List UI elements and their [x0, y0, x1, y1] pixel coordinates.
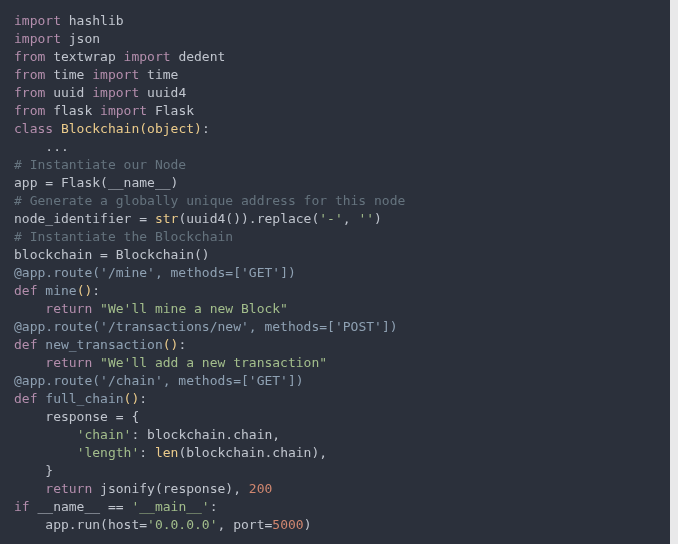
func-name: new_transaction [45, 337, 162, 352]
paren: () [77, 283, 93, 298]
kw-import: import [92, 67, 139, 82]
paren: ()) [225, 211, 248, 226]
eq: == [100, 499, 131, 514]
name: Flask [155, 103, 194, 118]
deco-end: ]) [288, 373, 304, 388]
text: response = { [45, 409, 139, 424]
colon: : [92, 283, 100, 298]
comment: # Generate a globally unique address for… [14, 193, 405, 208]
pre: : [139, 445, 155, 460]
arg: (blockchain.chain), [178, 445, 327, 460]
route: '/transactions/new' [100, 319, 249, 334]
module: time [53, 67, 84, 82]
val: : blockchain.chain, [131, 427, 280, 442]
route: '/chain' [100, 373, 163, 388]
deco-mid: , methods=[ [155, 265, 241, 280]
kw-import: import [14, 13, 61, 28]
method: 'GET' [241, 265, 280, 280]
class-name: Blockchain [61, 121, 139, 136]
builtin: len [155, 445, 178, 460]
num: 5000 [272, 517, 303, 532]
paren: () [194, 247, 210, 262]
paren: ) [374, 211, 382, 226]
kw-from: from [14, 49, 45, 64]
kw-return: return [45, 301, 92, 316]
decorator: @app.route( [14, 265, 100, 280]
kw-from: from [14, 85, 45, 100]
paren: ) [304, 517, 312, 532]
kw-return: return [45, 481, 92, 496]
arg: (response), [155, 481, 249, 496]
module: hashlib [69, 13, 124, 28]
string: '__main__' [131, 499, 209, 514]
string: "We'll add a new transaction" [100, 355, 327, 370]
func-name: mine [45, 283, 76, 298]
var: node_identifier [14, 211, 131, 226]
vertical-scrollbar[interactable] [670, 0, 678, 544]
dunder: __name__ [108, 175, 171, 190]
kw-import: import [14, 31, 61, 46]
func-name: full_chain [45, 391, 123, 406]
string: "We'll mine a new Block" [100, 301, 288, 316]
call: app.run(host= [45, 517, 147, 532]
module: json [69, 31, 100, 46]
paren: () [163, 337, 179, 352]
method: 'GET' [249, 373, 288, 388]
paren: () [124, 391, 140, 406]
string: '-' [319, 211, 342, 226]
kw-return: return [45, 355, 92, 370]
colon: : [178, 337, 186, 352]
var: blockchain [14, 247, 92, 262]
call: jsonify [100, 481, 155, 496]
colon: : [202, 121, 210, 136]
route: '/mine' [100, 265, 155, 280]
eq: = [37, 175, 60, 190]
dunder: __name__ [37, 499, 100, 514]
call: Blockchain [116, 247, 194, 262]
paren: ( [100, 175, 108, 190]
kw-from: from [14, 67, 45, 82]
string: '' [358, 211, 374, 226]
op: .replace( [249, 211, 319, 226]
eq: = [92, 247, 115, 262]
call: uuid4 [186, 211, 225, 226]
module: flask [53, 103, 92, 118]
kw-class: class [14, 121, 53, 136]
key: 'length' [77, 445, 140, 460]
code-block: import hashlib import json from textwrap… [0, 0, 670, 544]
paren: ) [171, 175, 179, 190]
kw-def: def [14, 283, 37, 298]
ellipsis: ... [45, 139, 68, 154]
decorator: @app.route( [14, 319, 100, 334]
eq: = [131, 211, 154, 226]
base: object [147, 121, 194, 136]
module: uuid [53, 85, 84, 100]
kw-import: import [100, 103, 147, 118]
key: 'chain' [77, 427, 132, 442]
colon: : [139, 391, 147, 406]
kw-import: import [92, 85, 139, 100]
brace: } [45, 463, 53, 478]
kw-def: def [14, 391, 37, 406]
kw-def: def [14, 337, 37, 352]
call: Flask [61, 175, 100, 190]
deco-end: ]) [382, 319, 398, 334]
mid: , port= [218, 517, 273, 532]
method: 'POST' [335, 319, 382, 334]
name: time [147, 67, 178, 82]
comma: , [343, 211, 359, 226]
kw-if: if [14, 499, 30, 514]
kw-from: from [14, 103, 45, 118]
paren: ( [139, 121, 147, 136]
var: app [14, 175, 37, 190]
deco-end: ]) [280, 265, 296, 280]
module: textwrap [53, 49, 116, 64]
name: uuid4 [147, 85, 186, 100]
paren: ) [194, 121, 202, 136]
colon: : [210, 499, 218, 514]
num: 200 [249, 481, 272, 496]
name: dedent [178, 49, 225, 64]
decorator: @app.route( [14, 373, 100, 388]
kw-import: import [124, 49, 171, 64]
comment: # Instantiate the Blockchain [14, 229, 233, 244]
